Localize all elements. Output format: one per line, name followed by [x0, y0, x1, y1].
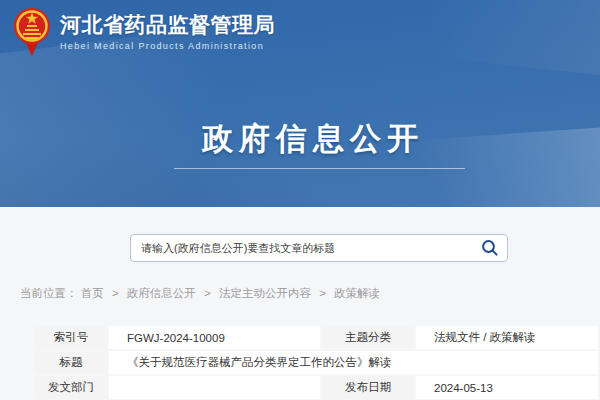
table-row: 标题 《关于规范医疗器械产品分类界定工作的公告》解读: [35, 351, 598, 374]
breadcrumb-separator: >: [204, 287, 211, 299]
field-value-topic-category: 法规文件 / 政策解读: [416, 326, 598, 349]
field-label-topic-category: 主题分类: [322, 326, 414, 349]
banner-title: 政府信息公开: [202, 118, 424, 160]
page: 河北省药品监督管理局 Hebei Medical Products Admini…: [0, 0, 600, 400]
search-button[interactable]: [481, 239, 499, 257]
field-label-issuing-department: 发文部门: [35, 376, 107, 399]
field-value-issuing-department: [109, 376, 320, 399]
field-label-index-number: 索引号: [35, 326, 107, 349]
breadcrumb-separator: >: [319, 287, 326, 299]
table-row: 索引号 FGWJ-2024-10009 主题分类 法规文件 / 政策解读: [35, 326, 598, 349]
field-value-publish-date: 2024-05-13: [416, 376, 598, 399]
org-name-cn: 河北省药品监督管理局: [60, 13, 275, 36]
field-value-index-number: FGWJ-2024-10009: [109, 326, 320, 349]
breadcrumb-label: 当前位置：: [20, 287, 78, 299]
magnifier-search-icon: [481, 239, 499, 257]
site-title-block: 河北省药品监督管理局 Hebei Medical Products Admini…: [60, 7, 275, 51]
header-banner: 河北省药品监督管理局 Hebei Medical Products Admini…: [0, 0, 600, 207]
table-row: 发文部门 发布日期 2024-05-13: [35, 376, 598, 399]
document-info-table: 索引号 FGWJ-2024-10009 主题分类 法规文件 / 政策解读 标题 …: [33, 324, 600, 400]
breadcrumb-item-policy-interpretation[interactable]: 政策解读: [334, 287, 380, 299]
site-logo-link[interactable]: 河北省药品监督管理局 Hebei Medical Products Admini…: [13, 7, 275, 57]
breadcrumb-item-home[interactable]: 首页: [81, 287, 104, 299]
field-label-title: 标题: [35, 351, 107, 374]
banner-underline: [174, 168, 465, 169]
org-name-en: Hebei Medical Products Administration: [60, 41, 275, 51]
breadcrumb: 当前位置： 首页 > 政府信息公开 > 法定主动公开内容 > 政策解读: [20, 286, 380, 301]
china-national-emblem-icon: [13, 7, 51, 57]
breadcrumb-item-gov-info[interactable]: 政府信息公开: [127, 287, 196, 299]
field-label-publish-date: 发布日期: [322, 376, 414, 399]
breadcrumb-item-statutory-disclosure[interactable]: 法定主动公开内容: [219, 287, 311, 299]
banner-wave-decoration: [245, 0, 600, 82]
search-box: [130, 234, 508, 262]
breadcrumb-separator: >: [112, 287, 119, 299]
search-input[interactable]: [141, 242, 481, 254]
field-value-title: 《关于规范医疗器械产品分类界定工作的公告》解读: [109, 351, 598, 374]
